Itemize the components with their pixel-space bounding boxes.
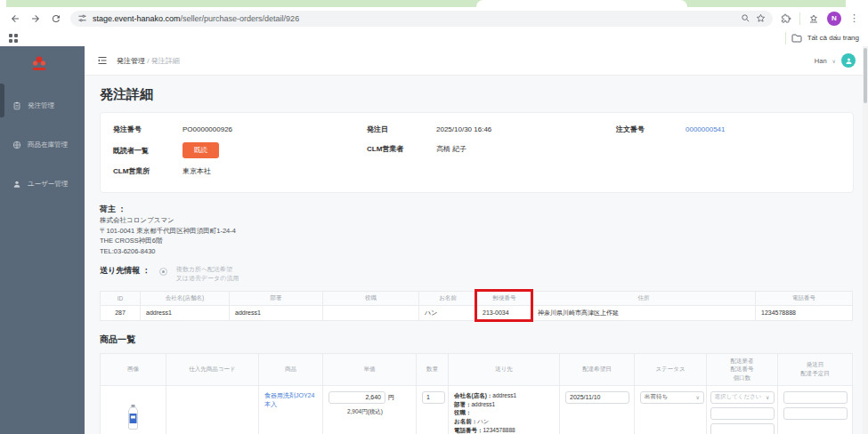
bookmark-star-icon[interactable] bbox=[756, 13, 766, 23]
active-item-indicator bbox=[0, 84, 4, 117]
address-company: address1 bbox=[141, 305, 230, 320]
url-text[interactable]: stage.event-hanako.com/seller/purchase-o… bbox=[93, 14, 299, 23]
shipper-building: THE CROSS神田6階 bbox=[100, 236, 854, 246]
destination-info-heading: 送り先情報 ： bbox=[100, 265, 150, 277]
order-date-label: 発注日 bbox=[367, 125, 436, 134]
destination-info-section: 送り先情報 ： 複数カ所へ配送希望 又は過去データの流用 bbox=[100, 265, 854, 284]
user-icon bbox=[12, 180, 21, 189]
order-info-card: 発注番号PO0000000926 既読者一覧既読 CLM営業所東京本社 発注日2… bbox=[100, 112, 854, 193]
address-bar[interactable]: stage.event-hanako.com/seller/purchase-o… bbox=[70, 11, 773, 27]
breadcrumb: 発注管理 / 発注詳細 bbox=[117, 56, 180, 66]
address-postal: 213-0034 bbox=[477, 305, 532, 320]
radio-option-label: 複数カ所へ配送希望 又は過去データの流用 bbox=[176, 265, 239, 284]
clm-office-value: 東京本社 bbox=[183, 166, 211, 176]
product-row: 食器用洗剤JOY24本入 円 2,904円(税込) bbox=[101, 385, 853, 434]
sidebar-item-orders[interactable]: 発注管理 bbox=[0, 94, 85, 117]
currency-label: 円 bbox=[388, 393, 394, 402]
chevron-down-icon: ∨ bbox=[696, 394, 700, 400]
clipboard-icon bbox=[12, 101, 21, 110]
order-no-label: 発注番号 bbox=[113, 125, 183, 134]
app-logo bbox=[29, 55, 56, 73]
globe-icon bbox=[12, 141, 21, 149]
clm-office-label: CLM営業所 bbox=[113, 166, 183, 176]
sidebar-item-label: 発注管理 bbox=[28, 101, 54, 110]
user-name: Han bbox=[815, 57, 827, 65]
menu-fold-icon[interactable] bbox=[97, 56, 108, 65]
product-name-link[interactable]: 食器用洗剤JOY24本入 bbox=[264, 392, 314, 407]
shipper-section: 荷主 ： 株式会社コロンブスマン 〒101-0041 東京都千代田区神田須田町1… bbox=[100, 204, 854, 257]
shipper-heading: 荷主 ： bbox=[100, 204, 854, 215]
status-select[interactable]: 出荷待ち ∨ bbox=[640, 391, 704, 404]
customer-order-link[interactable]: 0000000541 bbox=[685, 125, 726, 133]
extensions-icon[interactable] bbox=[781, 13, 791, 24]
apps-grid-icon[interactable] bbox=[9, 34, 18, 43]
address-name: ハン bbox=[419, 305, 477, 320]
tracking-number-input[interactable] bbox=[710, 407, 775, 420]
shipper-address: 〒101-0041 東京都千代田区神田須田町1-24-4 bbox=[100, 226, 854, 237]
quantity-input[interactable] bbox=[422, 391, 445, 404]
main-area: 発注管理 / 発注詳細 Han ∨ 発注詳細 発注番号PO00 bbox=[85, 46, 868, 434]
scrollbar bbox=[863, 46, 868, 434]
package-count-input[interactable] bbox=[710, 423, 775, 434]
product-image bbox=[127, 405, 139, 430]
address-table-row: 287 address1 address1 ハン 213-0034 神奈川県川崎… bbox=[101, 305, 853, 320]
user-menu[interactable]: Han ∨ bbox=[815, 53, 856, 68]
destination-details: 会社名(店名)：address1 部署：address1 役職： お名前：ハン … bbox=[454, 391, 554, 434]
delivery-date-input[interactable] bbox=[565, 391, 629, 404]
sidebar-item-label: 商品在庫管理 bbox=[28, 141, 68, 149]
scrollbar-thumb[interactable] bbox=[864, 48, 867, 103]
radio-multi-destination[interactable] bbox=[159, 268, 167, 276]
clm-agent-label: CLM営業者 bbox=[367, 144, 436, 154]
customer-order-label: 注文番号 bbox=[616, 125, 685, 134]
address-id: 287 bbox=[101, 305, 141, 320]
clm-agent-value: 高橋 紀子 bbox=[436, 144, 466, 154]
unit-price-input[interactable] bbox=[329, 391, 385, 404]
tab-strip-left-notch bbox=[0, 0, 6, 7]
bookmarks-bar: Tất cả dấu trang bbox=[0, 29, 868, 46]
read-button[interactable]: 既読 bbox=[183, 142, 219, 158]
product-table: 画像 仕入先商品コード 商品 単価 数量 送り先 配達希望日 ステータス 配送業… bbox=[100, 353, 853, 434]
delivery-eta-input[interactable] bbox=[783, 407, 848, 420]
tab-strip bbox=[0, 0, 868, 7]
address-table-header: ID 会社名(店舗名) 部署 役職 お名前 郵便番号 住所 電話番号 bbox=[101, 291, 853, 305]
browser-menu-icon[interactable]: ⋮ bbox=[849, 13, 859, 23]
address-position bbox=[323, 305, 419, 320]
sidebar-item-inventory[interactable]: 商品在庫管理 bbox=[0, 133, 85, 157]
chevron-down-icon: ∨ bbox=[832, 58, 836, 64]
shipper-tel: TEL:03-6206-8430 bbox=[100, 246, 854, 257]
order-date-value: 2025/10/30 16:46 bbox=[436, 125, 491, 133]
order-no-value: PO0000000926 bbox=[183, 125, 232, 133]
zoom-icon[interactable] bbox=[741, 13, 750, 23]
forward-icon[interactable] bbox=[29, 12, 42, 25]
back-icon[interactable] bbox=[9, 12, 21, 25]
active-tab[interactable] bbox=[476, 0, 687, 7]
profile-avatar[interactable]: N bbox=[827, 12, 841, 26]
ship-date-input[interactable] bbox=[783, 391, 848, 404]
address-tel: 1234578888 bbox=[756, 305, 853, 320]
user-avatar[interactable] bbox=[841, 53, 856, 68]
breadcrumb-root[interactable]: 発注管理 bbox=[117, 57, 145, 65]
sidebar: 発注管理 商品在庫管理 ユーザー管理 bbox=[0, 46, 85, 434]
product-list-title: 商品一覧 bbox=[100, 334, 854, 346]
folder-icon bbox=[791, 34, 802, 43]
reload-icon[interactable] bbox=[50, 12, 62, 25]
address-department: address1 bbox=[230, 305, 323, 320]
chevron-down-icon: ∨ bbox=[766, 394, 769, 400]
app-header: 発注管理 / 発注詳細 Han ∨ bbox=[85, 46, 868, 76]
all-bookmarks-button[interactable]: Tất cả dấu trang bbox=[807, 34, 859, 42]
address-table: ID 会社名(店舗名) 部署 役職 お名前 郵便番号 住所 電話番号 bbox=[100, 291, 853, 321]
browser-toolbar: stage.event-hanako.com/seller/purchase-o… bbox=[0, 7, 868, 29]
supplier-code-cell bbox=[166, 385, 259, 434]
address-address: 神奈川県川崎市高津区上作延 bbox=[532, 305, 756, 320]
shipper-company: 株式会社コロンブスマン bbox=[100, 215, 854, 226]
site-settings-icon[interactable] bbox=[77, 13, 87, 23]
browser-window: stage.event-hanako.com/seller/purchase-o… bbox=[0, 0, 868, 434]
breadcrumb-current: 発注詳細 bbox=[151, 57, 180, 65]
tax-included-price: 2,904円(税込) bbox=[347, 408, 383, 416]
side-panel-star-icon[interactable] bbox=[808, 13, 819, 24]
sidebar-item-users[interactable]: ユーザー管理 bbox=[0, 173, 85, 196]
carrier-select[interactable]: 選択してください ∨ bbox=[710, 391, 775, 404]
page-title: 発注詳細 bbox=[100, 86, 854, 103]
readers-label: 既読者一覧 bbox=[113, 146, 183, 156]
product-table-header: 画像 仕入先商品コード 商品 単価 数量 送り先 配達希望日 ステータス 配送業… bbox=[101, 353, 853, 385]
